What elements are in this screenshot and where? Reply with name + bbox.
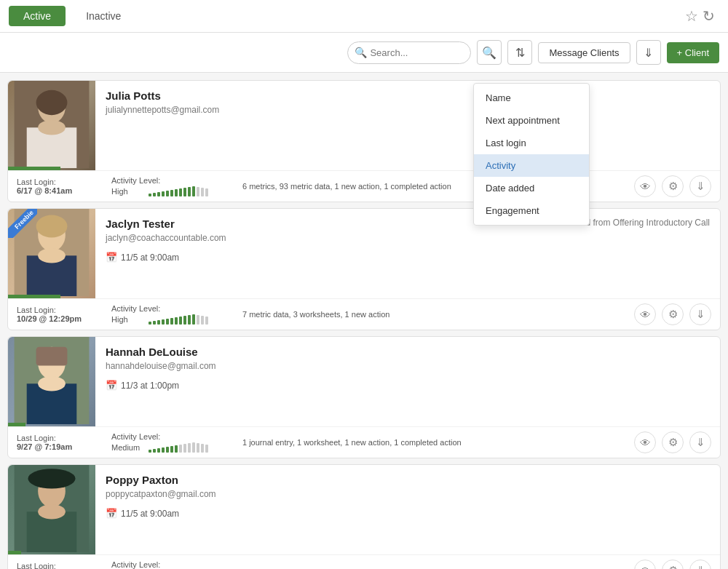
svg-point-18 bbox=[38, 504, 66, 520]
client-card-bottom-jaclyn: Last Login: 10/29 @ 12:29pm Activity Lev… bbox=[8, 298, 720, 330]
settings-button-julia[interactable]: ⚙ bbox=[662, 175, 684, 197]
freebie-badge: Freebie bbox=[8, 209, 37, 238]
last-login-label-julia: Last Login: bbox=[17, 178, 56, 186]
svg-rect-14 bbox=[36, 347, 68, 366]
top-bar: Active Inactive ☆ ↻ bbox=[0, 0, 728, 33]
download-button-jaclyn[interactable]: ⇓ bbox=[689, 303, 711, 325]
client-card-bottom-hannah: Last Login: 9/27 @ 7:19am Activity Level… bbox=[8, 426, 720, 458]
client-email-julia: julialynnettepotts@gmail.com bbox=[106, 105, 710, 115]
activity-level-row-julia: High bbox=[111, 186, 228, 196]
client-card-top-julia: Julia Potts julialynnettepotts@gmail.com bbox=[8, 81, 720, 170]
sort-option-name[interactable]: Name bbox=[474, 87, 589, 109]
freebie-badge-container: Freebie bbox=[8, 209, 37, 238]
client-card-hannah: Hannah DeLouise hannahdelouise@gmail.com… bbox=[7, 336, 721, 458]
main-content: Julia Potts julialynnettepotts@gmail.com… bbox=[0, 73, 728, 569]
activity-bars-jaclyn bbox=[149, 314, 208, 325]
card-actions-jaclyn: 👁 ⚙ ⇓ bbox=[634, 303, 711, 325]
activity-level-row-hannah: Medium bbox=[111, 442, 228, 453]
client-card-jaclyn: Freebie Jaclyn Tester jaclyn@coachaccoun… bbox=[7, 208, 721, 330]
client-name-poppy: Poppy Paxton bbox=[106, 474, 710, 486]
metrics-jaclyn: 7 metric data, 3 worksheets, 1 new actio… bbox=[242, 310, 620, 319]
client-name-julia: Julia Potts bbox=[106, 89, 710, 102]
toolbar: 🔍 🔍 ⇅ Message Clients ⇓ + Client bbox=[0, 33, 728, 73]
sort-option-engagement[interactable]: Engagement bbox=[474, 199, 589, 222]
activity-bars-julia bbox=[149, 186, 208, 196]
last-login-value-julia: 6/17 @ 8:41am bbox=[17, 186, 97, 195]
last-login-label-poppy: Last Login: bbox=[17, 562, 56, 569]
sort-option-activity[interactable]: Activity bbox=[474, 154, 589, 177]
tab-inactive[interactable]: Inactive bbox=[71, 6, 135, 26]
svg-point-13 bbox=[38, 376, 66, 391]
client-appt-jaclyn: 📅 11/5 at 9:00am bbox=[106, 252, 545, 263]
svg-point-9 bbox=[36, 215, 68, 238]
client-photo-julia bbox=[8, 81, 95, 170]
client-info-poppy: Poppy Paxton poppycatpaxton@gmail.com 📅 … bbox=[95, 465, 720, 554]
green-bar-jaclyn bbox=[8, 295, 60, 298]
client-info-julia: Julia Potts julialynnettepotts@gmail.com bbox=[95, 81, 720, 170]
last-login-value-hannah: 9/27 @ 7:19am bbox=[17, 442, 97, 451]
appt-value-hannah: 11/3 at 1:00pm bbox=[121, 381, 179, 391]
sort-dropdown: Name Next appointment Last login Activit… bbox=[473, 83, 590, 226]
activity-label-hannah: Activity Level: bbox=[111, 432, 228, 441]
sort-button[interactable]: ⇅ bbox=[507, 40, 532, 65]
download-button[interactable]: ⇓ bbox=[636, 40, 661, 65]
view-button-hannah[interactable]: 👁 bbox=[634, 431, 656, 453]
green-bar-hannah bbox=[8, 423, 25, 426]
refresh-icon[interactable]: ↻ bbox=[703, 7, 715, 25]
activity-section-poppy: Activity Level: None bbox=[111, 560, 228, 569]
view-button-jaclyn[interactable]: 👁 bbox=[634, 303, 656, 325]
activity-level-text-hannah: Medium bbox=[111, 443, 144, 452]
search-button[interactable]: 🔍 bbox=[477, 40, 502, 65]
tab-active[interactable]: Active bbox=[9, 6, 66, 26]
client-card-top-poppy: Poppy Paxton poppycatpaxton@gmail.com 📅 … bbox=[8, 465, 720, 554]
client-card-julia: Julia Potts julialynnettepotts@gmail.com… bbox=[7, 80, 721, 202]
search-wrapper: 🔍 bbox=[347, 41, 471, 64]
svg-point-4 bbox=[38, 120, 66, 135]
activity-section-hannah: Activity Level: Medium bbox=[111, 432, 228, 453]
last-login-poppy: Last Login: 4/28 @ 8:32pm bbox=[17, 562, 97, 569]
download-button-poppy[interactable]: ⇓ bbox=[689, 560, 711, 569]
download-button-julia[interactable]: ⇓ bbox=[689, 175, 711, 197]
client-appt-poppy: 📅 11/5 at 9:00am bbox=[106, 508, 710, 519]
search-icon: 🔍 bbox=[355, 47, 367, 58]
view-button-poppy[interactable]: 👁 bbox=[634, 560, 656, 569]
client-email-hannah: hannahdelouise@gmail.com bbox=[106, 361, 710, 371]
activity-label-jaclyn: Activity Level: bbox=[111, 304, 228, 313]
download-button-hannah[interactable]: ⇓ bbox=[689, 431, 711, 453]
sort-option-last-login[interactable]: Last login bbox=[474, 132, 589, 154]
add-client-button[interactable]: + Client bbox=[667, 42, 719, 63]
client-photo-hannah bbox=[8, 337, 95, 426]
settings-button-poppy[interactable]: ⚙ bbox=[662, 560, 684, 569]
message-clients-button[interactable]: Message Clients bbox=[538, 42, 630, 63]
client-photo-jaclyn: Freebie bbox=[8, 209, 95, 298]
client-appt-hannah: 📅 11/3 at 1:00pm bbox=[106, 380, 710, 391]
client-photo-poppy bbox=[8, 465, 95, 554]
bell-icon[interactable]: ☆ bbox=[685, 7, 698, 25]
client-name-hannah: Hannah DeLouise bbox=[106, 346, 710, 358]
last-login-label-jaclyn: Last Login: bbox=[17, 306, 56, 314]
activity-section-jaclyn: Activity Level: High bbox=[111, 304, 228, 325]
client-email-jaclyn: jaclyn@coachaccountable.com bbox=[106, 233, 545, 243]
appt-value-jaclyn: 11/5 at 9:00am bbox=[121, 252, 179, 263]
sort-option-date-added[interactable]: Date added bbox=[474, 177, 589, 199]
svg-point-19 bbox=[28, 469, 75, 488]
view-button-julia[interactable]: 👁 bbox=[634, 175, 656, 197]
svg-point-2 bbox=[36, 90, 68, 115]
activity-level-text-jaclyn: High bbox=[111, 315, 144, 324]
sort-option-next-appointment[interactable]: Next appointment bbox=[474, 109, 589, 132]
last-login-hannah: Last Login: 9/27 @ 7:19am bbox=[17, 434, 97, 451]
settings-button-jaclyn[interactable]: ⚙ bbox=[662, 303, 684, 325]
calendar-icon-poppy: 📅 bbox=[106, 508, 117, 519]
last-login-julia: Last Login: 6/17 @ 8:41am bbox=[17, 178, 97, 195]
client-card-top-hannah: Hannah DeLouise hannahdelouise@gmail.com… bbox=[8, 337, 720, 426]
metrics-hannah: 1 journal entry, 1 worksheet, 1 new acti… bbox=[242, 438, 620, 447]
settings-button-hannah[interactable]: ⚙ bbox=[662, 431, 684, 453]
last-login-jaclyn: Last Login: 10/29 @ 12:29pm bbox=[17, 306, 97, 323]
card-actions-hannah: 👁 ⚙ ⇓ bbox=[634, 431, 711, 453]
client-card-bottom-julia: Last Login: 6/17 @ 8:41am Activity Level… bbox=[8, 170, 720, 202]
activity-label-julia: Activity Level: bbox=[111, 176, 228, 185]
green-bar-julia bbox=[8, 167, 60, 170]
calendar-icon-hannah: 📅 bbox=[106, 380, 117, 391]
card-actions-poppy: 👁 ⚙ ⇓ bbox=[634, 560, 711, 569]
client-card-top-jaclyn: Freebie Jaclyn Tester jaclyn@coachaccoun… bbox=[8, 209, 720, 298]
